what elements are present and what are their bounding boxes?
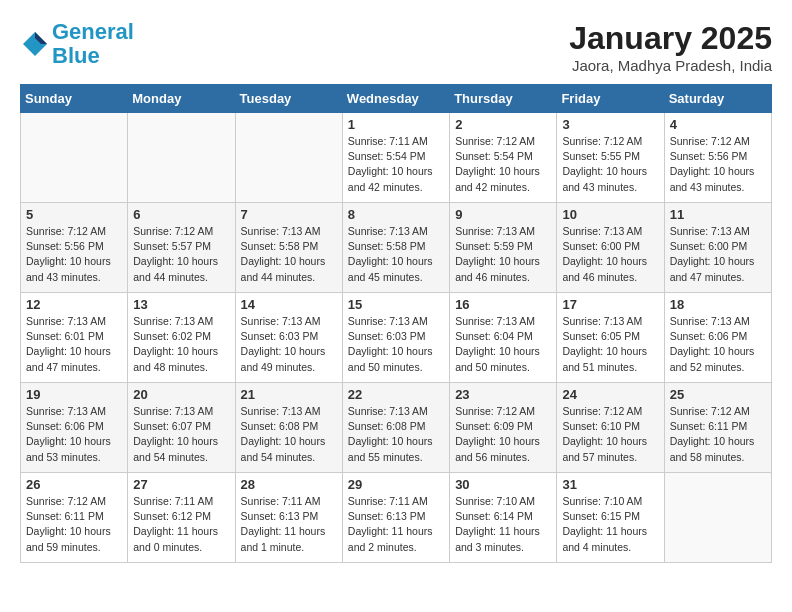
day-number: 28 xyxy=(241,477,337,492)
title-block: January 2025 Jaora, Madhya Pradesh, Indi… xyxy=(569,20,772,74)
header-day-wednesday: Wednesday xyxy=(342,85,449,113)
header-day-sunday: Sunday xyxy=(21,85,128,113)
day-number: 5 xyxy=(26,207,122,222)
week-row-2: 5Sunrise: 7:12 AM Sunset: 5:56 PM Daylig… xyxy=(21,203,772,293)
day-info: Sunrise: 7:13 AM Sunset: 6:07 PM Dayligh… xyxy=(133,404,229,465)
day-number: 11 xyxy=(670,207,766,222)
day-info: Sunrise: 7:12 AM Sunset: 6:11 PM Dayligh… xyxy=(670,404,766,465)
day-number: 24 xyxy=(562,387,658,402)
calendar-cell: 18Sunrise: 7:13 AM Sunset: 6:06 PM Dayli… xyxy=(664,293,771,383)
day-number: 25 xyxy=(670,387,766,402)
header-day-friday: Friday xyxy=(557,85,664,113)
calendar-cell xyxy=(21,113,128,203)
day-number: 6 xyxy=(133,207,229,222)
day-number: 26 xyxy=(26,477,122,492)
day-info: Sunrise: 7:12 AM Sunset: 6:10 PM Dayligh… xyxy=(562,404,658,465)
page-header: General Blue January 2025 Jaora, Madhya … xyxy=(20,20,772,74)
day-info: Sunrise: 7:12 AM Sunset: 6:09 PM Dayligh… xyxy=(455,404,551,465)
day-number: 13 xyxy=(133,297,229,312)
day-info: Sunrise: 7:11 AM Sunset: 6:13 PM Dayligh… xyxy=(241,494,337,555)
calendar-cell xyxy=(128,113,235,203)
calendar-cell: 29Sunrise: 7:11 AM Sunset: 6:13 PM Dayli… xyxy=(342,473,449,563)
day-number: 17 xyxy=(562,297,658,312)
calendar-cell: 26Sunrise: 7:12 AM Sunset: 6:11 PM Dayli… xyxy=(21,473,128,563)
day-number: 20 xyxy=(133,387,229,402)
calendar-cell: 3Sunrise: 7:12 AM Sunset: 5:55 PM Daylig… xyxy=(557,113,664,203)
calendar-cell: 27Sunrise: 7:11 AM Sunset: 6:12 PM Dayli… xyxy=(128,473,235,563)
calendar-cell xyxy=(235,113,342,203)
header-row: SundayMondayTuesdayWednesdayThursdayFrid… xyxy=(21,85,772,113)
calendar-cell: 22Sunrise: 7:13 AM Sunset: 6:08 PM Dayli… xyxy=(342,383,449,473)
day-info: Sunrise: 7:12 AM Sunset: 5:57 PM Dayligh… xyxy=(133,224,229,285)
calendar-cell: 31Sunrise: 7:10 AM Sunset: 6:15 PM Dayli… xyxy=(557,473,664,563)
day-info: Sunrise: 7:13 AM Sunset: 5:58 PM Dayligh… xyxy=(348,224,444,285)
calendar-table: SundayMondayTuesdayWednesdayThursdayFrid… xyxy=(20,84,772,563)
calendar-cell: 23Sunrise: 7:12 AM Sunset: 6:09 PM Dayli… xyxy=(450,383,557,473)
day-number: 19 xyxy=(26,387,122,402)
day-info: Sunrise: 7:13 AM Sunset: 6:03 PM Dayligh… xyxy=(241,314,337,375)
day-number: 23 xyxy=(455,387,551,402)
day-number: 16 xyxy=(455,297,551,312)
calendar-cell: 2Sunrise: 7:12 AM Sunset: 5:54 PM Daylig… xyxy=(450,113,557,203)
calendar-header: SundayMondayTuesdayWednesdayThursdayFrid… xyxy=(21,85,772,113)
header-day-thursday: Thursday xyxy=(450,85,557,113)
calendar-cell: 9Sunrise: 7:13 AM Sunset: 5:59 PM Daylig… xyxy=(450,203,557,293)
calendar-cell: 30Sunrise: 7:10 AM Sunset: 6:14 PM Dayli… xyxy=(450,473,557,563)
day-info: Sunrise: 7:12 AM Sunset: 5:54 PM Dayligh… xyxy=(455,134,551,195)
day-number: 14 xyxy=(241,297,337,312)
logo-icon xyxy=(20,29,50,59)
day-number: 4 xyxy=(670,117,766,132)
month-title: January 2025 xyxy=(569,20,772,57)
calendar-cell: 20Sunrise: 7:13 AM Sunset: 6:07 PM Dayli… xyxy=(128,383,235,473)
day-number: 8 xyxy=(348,207,444,222)
header-day-tuesday: Tuesday xyxy=(235,85,342,113)
day-number: 1 xyxy=(348,117,444,132)
day-number: 29 xyxy=(348,477,444,492)
day-info: Sunrise: 7:13 AM Sunset: 6:00 PM Dayligh… xyxy=(670,224,766,285)
day-number: 2 xyxy=(455,117,551,132)
day-info: Sunrise: 7:13 AM Sunset: 6:05 PM Dayligh… xyxy=(562,314,658,375)
day-info: Sunrise: 7:10 AM Sunset: 6:15 PM Dayligh… xyxy=(562,494,658,555)
day-number: 27 xyxy=(133,477,229,492)
day-info: Sunrise: 7:10 AM Sunset: 6:14 PM Dayligh… xyxy=(455,494,551,555)
logo-general: General xyxy=(52,19,134,44)
day-info: Sunrise: 7:11 AM Sunset: 6:13 PM Dayligh… xyxy=(348,494,444,555)
day-info: Sunrise: 7:13 AM Sunset: 6:01 PM Dayligh… xyxy=(26,314,122,375)
week-row-4: 19Sunrise: 7:13 AM Sunset: 6:06 PM Dayli… xyxy=(21,383,772,473)
header-day-saturday: Saturday xyxy=(664,85,771,113)
day-info: Sunrise: 7:12 AM Sunset: 5:56 PM Dayligh… xyxy=(26,224,122,285)
calendar-cell: 10Sunrise: 7:13 AM Sunset: 6:00 PM Dayli… xyxy=(557,203,664,293)
calendar-cell: 17Sunrise: 7:13 AM Sunset: 6:05 PM Dayli… xyxy=(557,293,664,383)
calendar-cell: 21Sunrise: 7:13 AM Sunset: 6:08 PM Dayli… xyxy=(235,383,342,473)
day-number: 3 xyxy=(562,117,658,132)
location: Jaora, Madhya Pradesh, India xyxy=(569,57,772,74)
day-info: Sunrise: 7:13 AM Sunset: 5:59 PM Dayligh… xyxy=(455,224,551,285)
day-number: 7 xyxy=(241,207,337,222)
day-info: Sunrise: 7:13 AM Sunset: 6:06 PM Dayligh… xyxy=(670,314,766,375)
calendar-cell: 16Sunrise: 7:13 AM Sunset: 6:04 PM Dayli… xyxy=(450,293,557,383)
calendar-cell: 6Sunrise: 7:12 AM Sunset: 5:57 PM Daylig… xyxy=(128,203,235,293)
calendar-cell: 25Sunrise: 7:12 AM Sunset: 6:11 PM Dayli… xyxy=(664,383,771,473)
day-info: Sunrise: 7:13 AM Sunset: 6:03 PM Dayligh… xyxy=(348,314,444,375)
day-number: 9 xyxy=(455,207,551,222)
calendar-cell: 8Sunrise: 7:13 AM Sunset: 5:58 PM Daylig… xyxy=(342,203,449,293)
calendar-cell: 14Sunrise: 7:13 AM Sunset: 6:03 PM Dayli… xyxy=(235,293,342,383)
calendar-cell: 12Sunrise: 7:13 AM Sunset: 6:01 PM Dayli… xyxy=(21,293,128,383)
day-info: Sunrise: 7:13 AM Sunset: 6:00 PM Dayligh… xyxy=(562,224,658,285)
day-info: Sunrise: 7:13 AM Sunset: 6:06 PM Dayligh… xyxy=(26,404,122,465)
day-info: Sunrise: 7:13 AM Sunset: 6:08 PM Dayligh… xyxy=(241,404,337,465)
day-info: Sunrise: 7:12 AM Sunset: 5:56 PM Dayligh… xyxy=(670,134,766,195)
calendar-cell: 19Sunrise: 7:13 AM Sunset: 6:06 PM Dayli… xyxy=(21,383,128,473)
calendar-body: 1Sunrise: 7:11 AM Sunset: 5:54 PM Daylig… xyxy=(21,113,772,563)
day-info: Sunrise: 7:13 AM Sunset: 6:04 PM Dayligh… xyxy=(455,314,551,375)
day-info: Sunrise: 7:12 AM Sunset: 5:55 PM Dayligh… xyxy=(562,134,658,195)
day-number: 18 xyxy=(670,297,766,312)
calendar-cell: 4Sunrise: 7:12 AM Sunset: 5:56 PM Daylig… xyxy=(664,113,771,203)
day-info: Sunrise: 7:13 AM Sunset: 5:58 PM Dayligh… xyxy=(241,224,337,285)
calendar-cell xyxy=(664,473,771,563)
day-info: Sunrise: 7:11 AM Sunset: 6:12 PM Dayligh… xyxy=(133,494,229,555)
day-info: Sunrise: 7:11 AM Sunset: 5:54 PM Dayligh… xyxy=(348,134,444,195)
calendar-cell: 28Sunrise: 7:11 AM Sunset: 6:13 PM Dayli… xyxy=(235,473,342,563)
calendar-cell: 7Sunrise: 7:13 AM Sunset: 5:58 PM Daylig… xyxy=(235,203,342,293)
day-number: 15 xyxy=(348,297,444,312)
